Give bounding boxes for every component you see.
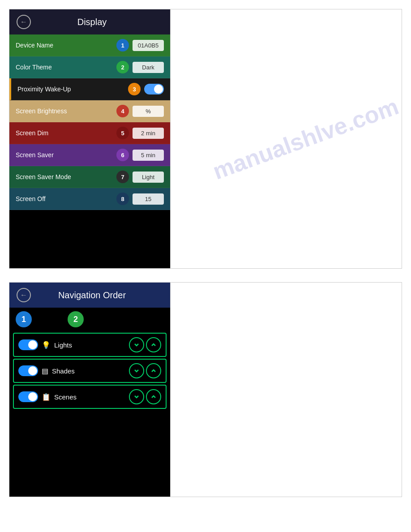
nav-header: ← Navigation Order — [9, 283, 170, 308]
value-device-name[interactable]: 01A0B5 — [133, 40, 164, 51]
nav-item-shades: ▤ Shades — [13, 359, 167, 383]
label-saver: Screen Saver — [16, 151, 113, 159]
value-saver-mode[interactable]: Light — [133, 172, 164, 183]
toggle-scenes[interactable] — [18, 391, 38, 402]
setting-row-saver-mode: Screen Saver Mode 7 Light — [9, 166, 170, 188]
top-right-panel: manualshlve.com — [171, 9, 402, 268]
badge-7: 7 — [116, 171, 129, 183]
label-brightness: Screen Brightness — [16, 107, 113, 115]
shades-icon: ▤ — [42, 367, 48, 375]
setting-row-brightness: Screen Brightness 4 % — [9, 100, 170, 122]
label-saver-mode: Screen Saver Mode — [16, 173, 113, 180]
badge-2: 2 — [116, 61, 129, 73]
bottom-right-panel — [171, 283, 402, 497]
nav-item-scenes: 📋 Scenes — [13, 385, 167, 409]
nav-badge-2: 2 — [68, 311, 84, 327]
badge-4: 4 — [116, 105, 129, 117]
label-device-name: Device Name — [16, 42, 113, 49]
nav-panel: ← Navigation Order 1 2 💡 Lights — [9, 283, 171, 497]
label-dim: Screen Dim — [16, 129, 113, 137]
display-header: ← Display — [9, 9, 170, 34]
nav-badge-1: 1 — [16, 311, 32, 327]
value-dim[interactable]: 2 min — [133, 128, 164, 139]
label-screen-off: Screen Off — [16, 195, 113, 202]
badge-6: 6 — [116, 149, 129, 161]
value-brightness[interactable]: % — [133, 106, 164, 117]
setting-row-saver: Screen Saver 6 5 min — [9, 144, 170, 166]
nav-title: Navigation Order — [35, 290, 149, 300]
lights-up-button[interactable] — [146, 337, 161, 352]
scenes-icon: 📋 — [42, 393, 51, 401]
badge-numbers-row: 1 2 — [9, 308, 170, 331]
label-proximity: Proximity Wake-Up — [17, 86, 124, 93]
badge-1: 1 — [116, 39, 129, 51]
watermark: manualshlve.com — [209, 93, 402, 185]
shades-arrows — [129, 363, 161, 378]
back-button[interactable]: ← — [17, 15, 31, 29]
display-title: Display — [35, 17, 149, 27]
badge-5: 5 — [116, 127, 129, 139]
label-color-theme: Color Theme — [16, 64, 113, 71]
scenes-down-button[interactable] — [129, 389, 144, 404]
scenes-up-button[interactable] — [146, 389, 161, 404]
label-scenes: Scenes — [54, 393, 125, 401]
value-screen-off[interactable]: 15 — [133, 193, 164, 205]
value-color-theme[interactable]: Dark — [133, 62, 164, 73]
toggle-proximity[interactable] — [144, 84, 164, 94]
nav-back-icon: ← — [20, 291, 27, 299]
settings-list: Device Name 1 01A0B5 Color Theme 2 Dark … — [9, 34, 170, 210]
badge-3: 3 — [128, 83, 141, 95]
setting-row-proximity: Proximity Wake-Up 3 — [9, 78, 170, 100]
label-lights: Lights — [54, 341, 125, 349]
nav-back-button[interactable]: ← — [17, 288, 31, 302]
shades-down-button[interactable] — [129, 363, 144, 378]
label-shades: Shades — [52, 367, 125, 375]
toggle-shades[interactable] — [18, 365, 38, 376]
setting-row-dim: Screen Dim 5 2 min — [9, 122, 170, 144]
value-saver[interactable]: 5 min — [133, 150, 164, 161]
setting-row-device-name: Device Name 1 01A0B5 — [9, 34, 170, 56]
lights-icon: 💡 — [42, 341, 51, 349]
lights-arrows — [129, 337, 161, 352]
setting-row-color-theme: Color Theme 2 Dark — [9, 56, 170, 78]
setting-row-screen-off: Screen Off 8 15 — [9, 188, 170, 210]
top-section: ← Display Device Name 1 01A0B5 Color The… — [9, 9, 402, 269]
page: ← Display Device Name 1 01A0B5 Color The… — [0, 0, 411, 506]
shades-up-button[interactable] — [146, 363, 161, 378]
bottom-section: ← Navigation Order 1 2 💡 Lights — [9, 282, 402, 497]
display-panel: ← Display Device Name 1 01A0B5 Color The… — [9, 9, 171, 268]
nav-item-lights: 💡 Lights — [13, 333, 167, 357]
toggle-lights[interactable] — [18, 339, 38, 350]
badge-8: 8 — [116, 193, 129, 205]
scenes-arrows — [129, 389, 161, 404]
back-icon: ← — [20, 18, 27, 26]
lights-down-button[interactable] — [129, 337, 144, 352]
